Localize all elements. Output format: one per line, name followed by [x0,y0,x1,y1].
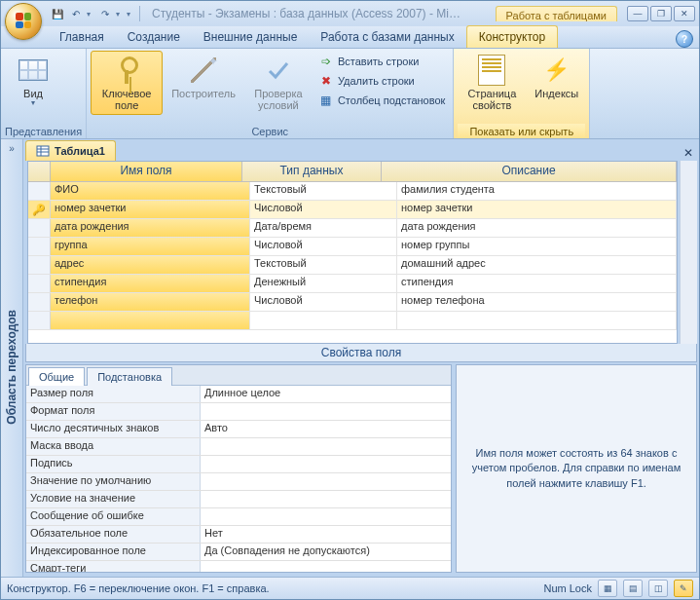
property-value[interactable]: Длинное целое [201,386,451,402]
tab-design[interactable]: Конструктор [466,25,558,48]
redo-dropdown-icon[interactable]: ▾ [116,10,124,19]
view-button[interactable]: Вид ▾ [5,51,61,112]
field-name-cell[interactable]: стипендия [51,275,250,292]
field-type-cell[interactable]: Числовой [250,201,397,218]
vertical-scrollbar[interactable] [680,161,697,344]
close-button[interactable]: ✕ [674,6,695,21]
indexes-button[interactable]: ⚡ Индексы [528,51,585,103]
view-pivottable-button[interactable]: ▤ [623,580,643,597]
row-selector[interactable] [28,293,51,311]
field-type-cell[interactable]: Числовой [250,238,397,255]
row-selector[interactable] [28,219,51,237]
field-name-cell[interactable]: группа [51,238,250,255]
test-rules-button[interactable]: Проверка условий [244,51,313,115]
field-type-cell[interactable] [250,312,397,329]
row-selector-header[interactable] [28,162,51,181]
restore-button[interactable]: ❐ [650,6,672,21]
field-name-cell[interactable]: адрес [51,256,250,274]
property-value[interactable]: Нет [201,526,451,543]
field-row[interactable]: группаЧисловойномер группы [28,238,677,256]
property-row[interactable]: Условие на значение [26,491,451,508]
object-tab-table1[interactable]: Таблица1 [25,140,116,161]
field-row[interactable] [28,312,677,330]
field-name-cell[interactable] [51,312,250,329]
field-type-cell[interactable]: Дата/время [250,219,397,237]
col-header-datatype[interactable]: Тип данных [242,162,382,181]
field-type-cell[interactable]: Текстовый [250,256,397,274]
property-value[interactable]: Авто [201,421,451,437]
save-icon[interactable]: 💾 [50,6,65,21]
property-row[interactable]: Маска ввода [26,438,451,456]
property-value[interactable] [201,438,451,455]
tab-general[interactable]: Общие [28,367,85,386]
col-header-description[interactable]: Описание [382,162,677,181]
tab-database-tools[interactable]: Работа с базами данных [309,26,465,48]
field-desc-cell[interactable]: дата рождения [397,219,677,237]
qat-customize-icon[interactable]: ▾ [127,10,134,19]
property-row[interactable]: Размер поляДлинное целое [26,386,451,403]
tab-external-data[interactable]: Внешние данные [192,26,310,48]
field-desc-cell[interactable] [397,312,677,329]
view-pivotchart-button[interactable]: ◫ [648,580,668,597]
builder-button[interactable]: Построитель [165,51,242,103]
field-row[interactable]: телефонЧисловойномер телефона [28,293,677,312]
field-name-cell[interactable]: номер зачетки [51,201,250,218]
field-name-cell[interactable]: дата рождения [51,219,250,237]
field-row[interactable]: адресТекстовыйдомашний адрес [28,256,677,275]
field-desc-cell[interactable]: стипендия [397,275,677,292]
field-name-cell[interactable]: ФИО [51,182,250,200]
property-row[interactable]: Смарт-теги [26,561,451,572]
view-datasheet-button[interactable]: ▦ [598,580,617,597]
property-row[interactable]: Значение по умолчанию [26,473,451,491]
field-desc-cell[interactable]: домашний адрес [397,256,677,274]
field-desc-cell[interactable]: номер группы [397,238,677,255]
row-selector[interactable]: 🔑 [28,201,51,218]
property-value[interactable] [201,403,451,420]
close-object-button[interactable]: ✕ [681,145,696,161]
row-selector[interactable] [28,312,51,329]
property-value[interactable] [201,491,451,507]
row-selector[interactable] [28,256,51,274]
tab-create[interactable]: Создание [116,26,192,48]
tab-home[interactable]: Главная [48,26,116,48]
property-value[interactable]: Да (Совпадения не допускаются) [201,544,451,560]
field-type-cell[interactable]: Текстовый [250,182,397,200]
field-type-cell[interactable]: Денежный [250,275,397,292]
field-row[interactable]: ФИОТекстовыйфамилия студента [28,182,677,201]
field-desc-cell[interactable]: номер зачетки [397,201,677,218]
row-selector[interactable] [28,238,51,255]
property-row[interactable]: Число десятичных знаковАвто [26,421,451,438]
field-desc-cell[interactable]: фамилия студента [397,182,677,200]
property-value[interactable] [201,508,451,525]
insert-rows-button[interactable]: ➩ Вставить строки [314,53,449,70]
tab-lookup[interactable]: Подстановка [87,367,172,386]
expand-nav-icon[interactable]: » [9,143,15,154]
field-type-cell[interactable]: Числовой [250,293,397,311]
navigation-pane-collapsed[interactable]: » Область переходов [1,139,23,577]
property-row[interactable]: Подпись [26,456,451,473]
undo-icon[interactable]: ↶ [68,6,84,21]
field-desc-cell[interactable]: номер телефона [397,293,677,311]
col-header-fieldname[interactable]: Имя поля [51,162,242,181]
redo-icon[interactable]: ↷ [97,6,113,21]
lookup-column-button[interactable]: ▦ Столбец подстановок [314,92,449,109]
minimize-button[interactable]: — [627,6,648,21]
field-row[interactable]: стипендияДенежныйстипендия [28,275,677,293]
field-name-cell[interactable]: телефон [51,293,250,311]
property-value[interactable] [201,473,451,490]
undo-dropdown-icon[interactable]: ▾ [87,10,94,19]
field-row[interactable]: 🔑номер зачеткиЧисловойномер зачетки [28,201,677,219]
property-value[interactable] [201,456,451,472]
help-button[interactable]: ? [676,30,693,48]
field-row[interactable]: дата рожденияДата/времядата рождения [28,219,677,238]
delete-rows-button[interactable]: ✖ Удалить строки [314,72,449,90]
row-selector[interactable] [28,182,51,200]
property-row[interactable]: Сообщение об ошибке [26,508,451,526]
property-row[interactable]: Обязательное полеНет [26,526,451,544]
row-selector[interactable] [28,275,51,292]
property-row[interactable]: Индексированное полеДа (Совпадения не до… [26,544,451,561]
office-button[interactable] [5,3,42,40]
view-design-button[interactable]: ✎ [674,580,693,597]
property-row[interactable]: Формат поля [26,403,451,421]
property-value[interactable] [201,561,451,572]
